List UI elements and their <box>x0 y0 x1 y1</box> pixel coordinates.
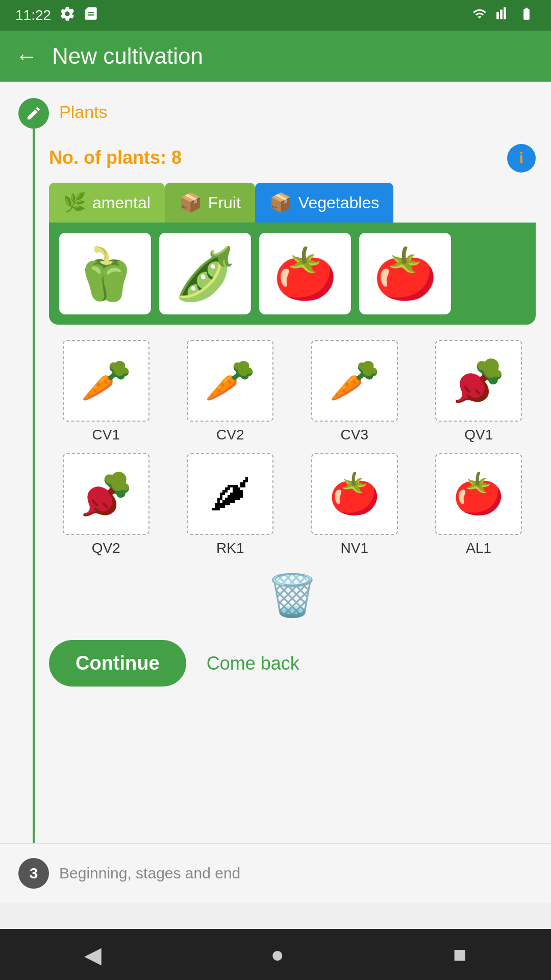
plant-card-qv1-label: QV1 <box>464 427 493 443</box>
step1-circle <box>18 98 49 129</box>
come-back-button[interactable]: Come back <box>207 653 299 674</box>
plant-card-cv3[interactable]: 🥕 CV3 <box>297 340 412 443</box>
featured-item-1[interactable]: 🫛 <box>159 233 251 314</box>
step3-circle: 3 <box>18 858 49 889</box>
featured-plant-1-icon: 🫛 <box>173 248 237 299</box>
plant-card-rk1-img: 🌶 <box>187 453 273 535</box>
tab-fruit[interactable]: 📦 Fruit <box>165 183 255 223</box>
status-right <box>470 7 536 24</box>
plant-card-cv1-label: CV1 <box>92 427 120 443</box>
tab-vegetables[interactable]: 📦 Vegetables <box>255 183 393 223</box>
simcard-icon <box>84 6 98 26</box>
info-button[interactable]: i <box>507 144 536 173</box>
plant-card-cv2-label: CV2 <box>216 427 244 443</box>
plant-card-rk1-label: RK1 <box>216 540 244 556</box>
fruit-tab-icon: 📦 <box>179 192 202 213</box>
page-title: New cultivation <box>52 43 203 69</box>
trash-area: 🗑️ <box>49 572 536 620</box>
plant-card-qv2[interactable]: 🫜 QV2 <box>49 453 163 556</box>
plant-card-cv2-img: 🥕 <box>187 340 273 422</box>
category-tabs: 🌿 amental 📦 Fruit 📦 Vegetables <box>49 183 536 223</box>
step3-row: 3 Beginning, stages and end <box>0 843 551 903</box>
plant-card-cv1[interactable]: 🥕 CV1 <box>49 340 163 443</box>
featured-item-0[interactable]: 🫑 <box>59 233 151 314</box>
plant-card-qv1-img: 🫜 <box>435 340 522 422</box>
plant-card-al1[interactable]: 🍅 AL1 <box>422 453 536 556</box>
nav-back-button[interactable]: ◀ <box>84 942 102 968</box>
trash-icon[interactable]: 🗑️ <box>267 572 318 620</box>
status-bar: 11:22 <box>0 0 551 31</box>
featured-plant-2-icon: 🍅 <box>273 248 337 299</box>
plants-count-row: No. of plants: 8 i <box>49 147 536 168</box>
plants-count-value: 8 <box>171 147 182 168</box>
plant-card-al1-img: 🍅 <box>435 453 522 535</box>
plant-card-cv2[interactable]: 🥕 CV2 <box>173 340 288 443</box>
step-vertical-line <box>33 129 35 843</box>
status-time: 11:22 <box>15 7 51 23</box>
featured-plant-0-icon: 🫑 <box>73 248 137 299</box>
step1-label: Plants <box>59 96 108 122</box>
nav-bar: ◀ ● ■ <box>0 929 551 980</box>
signal-icon <box>496 7 510 24</box>
vegetables-tab-icon: 📦 <box>269 192 292 213</box>
plant-card-al1-label: AL1 <box>466 540 491 556</box>
battery-icon <box>517 7 536 24</box>
content-area: No. of plants: 8 i 🌿 amental 📦 Fruit 📦 V… <box>49 129 551 843</box>
plant-card-nv1[interactable]: 🍅 NV1 <box>297 453 412 556</box>
nav-recents-button[interactable]: ■ <box>453 942 467 967</box>
action-buttons: Continue Come back <box>49 640 536 687</box>
plant-grid: 🥕 CV1 🥕 CV2 🥕 CV3 🫜 QV1 🫜 QV2 🌶 <box>49 340 536 556</box>
plant-card-cv3-img: 🥕 <box>311 340 398 422</box>
plant-card-qv2-img: 🫜 <box>63 453 149 535</box>
nav-home-button[interactable]: ● <box>270 942 284 967</box>
top-app-bar: ← New cultivation <box>0 31 551 82</box>
plants-count-label: No. of plants: <box>49 147 166 168</box>
gear-icon <box>59 6 76 26</box>
plant-card-cv3-label: CV3 <box>341 427 368 443</box>
plant-card-nv1-label: NV1 <box>341 540 368 556</box>
plant-card-cv1-img: 🥕 <box>63 340 149 422</box>
wifi-icon <box>470 7 489 24</box>
tab-ornamental[interactable]: 🌿 amental <box>49 183 165 223</box>
featured-item-3[interactable]: 🍅 <box>359 233 451 314</box>
plant-card-qv2-label: QV2 <box>92 540 120 556</box>
vegetables-tab-label: Vegetables <box>298 193 379 212</box>
featured-plant-3-icon: 🍅 <box>373 248 437 299</box>
plant-card-qv1[interactable]: 🫜 QV1 <box>422 340 536 443</box>
continue-button[interactable]: Continue <box>49 640 186 687</box>
step1-row: Plants <box>0 82 551 129</box>
main-content: No. of plants: 8 i 🌿 amental 📦 Fruit 📦 V… <box>0 129 551 843</box>
featured-item-2[interactable]: 🍅 <box>259 233 351 314</box>
featured-carousel: 🫑 🫛 🍅 🍅 <box>49 223 536 325</box>
plant-card-nv1-img: 🍅 <box>311 453 398 535</box>
plant-card-rk1[interactable]: 🌶 RK1 <box>173 453 288 556</box>
ornamental-tab-icon: 🌿 <box>63 192 86 213</box>
status-left: 11:22 <box>15 6 98 26</box>
fruit-tab-label: Fruit <box>208 193 241 212</box>
ornamental-tab-label: amental <box>92 193 151 212</box>
back-button[interactable]: ← <box>15 43 38 69</box>
step3-label: Beginning, stages and end <box>59 865 240 882</box>
